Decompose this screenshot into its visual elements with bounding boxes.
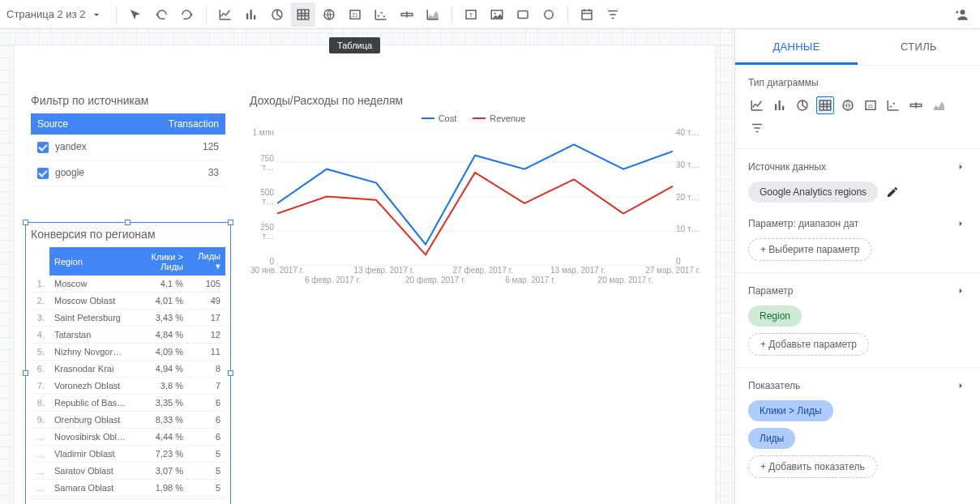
svg-point-16 — [961, 10, 965, 15]
ct-line-icon[interactable] — [748, 96, 766, 114]
region-title: Конверсия по регионам — [31, 228, 225, 241]
table-row[interactable]: …Vladimir Oblast7,23 %5 — [31, 446, 225, 463]
rectangle-tool-icon[interactable] — [511, 2, 535, 27]
tab-data[interactable]: ДАННЫЕ — [735, 29, 858, 65]
chevron-down-icon — [90, 8, 103, 21]
metric-add[interactable]: + Добавить показатель — [748, 455, 877, 478]
text-tool-icon[interactable]: T — [459, 2, 483, 27]
geo-chart-icon[interactable] — [317, 2, 341, 27]
table-row[interactable]: 1.Moscow4,1 %105 — [31, 275, 225, 293]
dimension-label: Параметр — [748, 285, 793, 297]
table-row[interactable]: …Novosibirsk Obl…4,44 %6 — [31, 429, 225, 446]
table-row[interactable]: 9.Orenburg Oblast8,33 %6 — [31, 412, 225, 429]
col-leads: Лиды ▾ — [188, 247, 225, 275]
ct-bullet-icon[interactable] — [907, 96, 925, 114]
circle-tool-icon[interactable] — [537, 2, 561, 27]
daterange-add[interactable]: + Выберите параметр — [748, 238, 871, 261]
table-chart-icon[interactable] — [291, 2, 315, 27]
bar-chart-icon[interactable] — [239, 2, 263, 27]
datasource-label: Источник данных — [748, 161, 826, 173]
svg-text:21: 21 — [353, 12, 359, 18]
svg-rect-15 — [582, 10, 592, 19]
table-row[interactable]: …Saratov Oblast3,07 %5 — [31, 463, 225, 480]
tab-style[interactable]: СТИЛЬ — [858, 29, 980, 65]
add-person-icon[interactable] — [949, 2, 974, 27]
sidebar: ДАННЫЕ СТИЛЬ Тип диаграммы 21 Источник д… — [734, 29, 980, 504]
svg-point-6 — [381, 11, 383, 13]
table-row[interactable]: 4.Tatarstan4,84 %12 — [31, 327, 225, 344]
image-tool-icon[interactable] — [485, 2, 509, 27]
charttype-picker: 21 — [748, 96, 967, 137]
filter-panel[interactable]: Фильтр по источникам Source Transaction … — [31, 94, 225, 186]
table-row[interactable]: 2.Moscow Oblast4,01 %49 — [31, 293, 225, 310]
region-panel[interactable]: Конверсия по регионам Region Клики > Лид… — [31, 228, 225, 504]
ct-filter-icon[interactable] — [748, 119, 766, 137]
redo-button[interactable] — [175, 2, 199, 27]
ct-score-icon[interactable]: 21 — [862, 96, 879, 114]
page-label: Страница 2 из 2 — [6, 8, 85, 20]
chart-legend: Cost Revenue — [250, 113, 697, 123]
area-chart-icon[interactable] — [421, 2, 445, 27]
svg-point-12 — [494, 12, 496, 14]
chevron-right-icon[interactable] — [954, 379, 967, 392]
chart-title: Доходы/Расходы по неделям — [250, 94, 697, 107]
table-row[interactable]: 6.Krasnodar Krai4,94 %8 — [31, 361, 225, 378]
ct-bar-icon[interactable] — [771, 96, 789, 114]
cursor-tool[interactable] — [123, 2, 148, 27]
datasource-chip[interactable]: Google Analytics regions — [748, 182, 878, 203]
table-pager[interactable]: 1 - 50 / 107 — [31, 498, 225, 504]
table-row[interactable]: 5.Nizhny Novgoro…4,09 %11 — [31, 344, 225, 361]
svg-point-28 — [893, 103, 895, 105]
canvas: Фильтр по источникам Source Transaction … — [0, 29, 734, 504]
daterange-control-icon[interactable] — [575, 2, 599, 27]
checkbox-icon[interactable] — [37, 142, 49, 153]
charttype-label: Тип диаграммы — [748, 77, 967, 88]
metric-chip-1[interactable]: Клики > Лиды — [748, 400, 833, 421]
ct-pie-icon[interactable] — [794, 96, 811, 114]
daterange-label: Параметр: диапазон дат — [748, 218, 858, 229]
chart-svg — [277, 128, 673, 266]
metric-label: Показатель — [748, 380, 800, 391]
svg-point-14 — [545, 10, 554, 19]
scatter-chart-icon[interactable] — [369, 2, 393, 27]
svg-point-5 — [378, 15, 379, 16]
bullet-chart-icon[interactable] — [395, 2, 419, 27]
ct-table-icon[interactable] — [816, 96, 834, 114]
table-row[interactable]: 3.Saint Petersburg3,43 %17 — [31, 310, 225, 327]
line-chart-icon[interactable] — [213, 2, 238, 27]
metric-chip-2[interactable]: Лиды — [748, 428, 795, 449]
filter-control-icon[interactable] — [601, 2, 625, 27]
tooltip: Таблица — [329, 37, 380, 53]
checkbox-icon[interactable] — [37, 168, 49, 179]
col-transaction: Transaction — [127, 113, 225, 135]
chevron-right-icon[interactable] — [954, 160, 967, 173]
source-row[interactable]: google — [31, 160, 127, 186]
svg-rect-13 — [518, 11, 528, 18]
filter-title: Фильтр по источникам — [31, 94, 225, 107]
edit-datasource-icon[interactable] — [886, 186, 899, 199]
pie-chart-icon[interactable] — [265, 2, 289, 27]
svg-point-27 — [890, 105, 892, 107]
chart-panel[interactable]: Доходы/Расходы по неделям Cost Revenue 1… — [250, 94, 697, 288]
undo-button[interactable] — [149, 2, 173, 27]
table-row[interactable]: 8.Republic of Bas…3,35 %6 — [31, 395, 225, 412]
chevron-right-icon[interactable] — [954, 284, 967, 297]
source-row[interactable]: yandex — [31, 135, 127, 160]
ct-area-icon[interactable] — [930, 96, 948, 114]
chevron-right-icon[interactable] — [954, 217, 967, 230]
dimension-chip[interactable]: Region — [748, 305, 802, 327]
table-row[interactable]: …Samara Oblast1,98 %5 — [31, 480, 225, 497]
dimension-add[interactable]: + Добавьте параметр — [748, 333, 869, 356]
svg-point-7 — [383, 15, 385, 17]
svg-rect-1 — [298, 10, 310, 19]
ct-geo-icon[interactable] — [839, 96, 857, 114]
col-clicks: Клики > Лиды — [131, 247, 188, 275]
table-row[interactable]: 7.Voronezh Oblast3,8 %7 — [31, 378, 225, 395]
svg-text:T: T — [469, 11, 473, 19]
ct-scatter-icon[interactable] — [884, 96, 902, 114]
page-info[interactable]: Страница 2 из 2 — [6, 8, 103, 21]
scorecard-icon[interactable]: 21 — [343, 2, 367, 27]
svg-text:21: 21 — [868, 104, 874, 109]
col-source: Source — [31, 113, 127, 135]
svg-rect-23 — [820, 100, 831, 110]
